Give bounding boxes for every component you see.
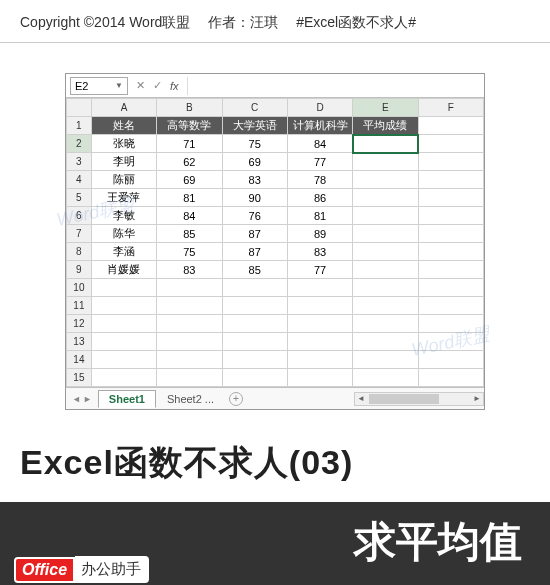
row-header-11[interactable]: 11 xyxy=(67,297,92,315)
cell[interactable] xyxy=(287,315,352,333)
cell[interactable]: 高等数学 xyxy=(157,117,222,135)
cell[interactable] xyxy=(287,351,352,369)
cell[interactable] xyxy=(418,369,483,387)
cell[interactable]: 75 xyxy=(157,243,222,261)
cancel-icon[interactable]: ✕ xyxy=(136,79,145,92)
cell[interactable]: 平均成绩 xyxy=(353,117,418,135)
cell[interactable]: 陈华 xyxy=(91,225,156,243)
cell[interactable]: 83 xyxy=(222,171,287,189)
cell[interactable]: 84 xyxy=(287,135,352,153)
cell[interactable]: 81 xyxy=(287,207,352,225)
row-header-4[interactable]: 4 xyxy=(67,171,92,189)
cell[interactable] xyxy=(353,369,418,387)
col-header-E[interactable]: E xyxy=(353,99,418,117)
cell[interactable] xyxy=(91,333,156,351)
row-header-6[interactable]: 6 xyxy=(67,207,92,225)
cell[interactable] xyxy=(222,315,287,333)
cell[interactable] xyxy=(157,279,222,297)
cell[interactable]: 大学英语 xyxy=(222,117,287,135)
cell[interactable] xyxy=(353,333,418,351)
cell[interactable]: 77 xyxy=(287,261,352,279)
cell[interactable] xyxy=(418,297,483,315)
horizontal-scrollbar[interactable]: ◄ ► xyxy=(354,392,484,406)
cell[interactable]: 张晓 xyxy=(91,135,156,153)
cell[interactable] xyxy=(353,225,418,243)
cell[interactable]: 78 xyxy=(287,171,352,189)
cell[interactable] xyxy=(91,315,156,333)
cell[interactable] xyxy=(418,333,483,351)
cell[interactable]: 肖媛媛 xyxy=(91,261,156,279)
cell[interactable] xyxy=(91,279,156,297)
row-header-10[interactable]: 10 xyxy=(67,279,92,297)
cell[interactable]: 90 xyxy=(222,189,287,207)
row-header-12[interactable]: 12 xyxy=(67,315,92,333)
cell[interactable] xyxy=(157,369,222,387)
cell[interactable] xyxy=(418,117,483,135)
cell[interactable]: 89 xyxy=(287,225,352,243)
cell[interactable] xyxy=(287,279,352,297)
col-header-C[interactable]: C xyxy=(222,99,287,117)
cell[interactable] xyxy=(353,279,418,297)
row-header-3[interactable]: 3 xyxy=(67,153,92,171)
row-header-8[interactable]: 8 xyxy=(67,243,92,261)
cell[interactable] xyxy=(353,189,418,207)
cell[interactable] xyxy=(418,261,483,279)
cell[interactable]: 76 xyxy=(222,207,287,225)
cell[interactable]: 李敏 xyxy=(91,207,156,225)
tab-nav-prev-icon[interactable]: ◄ xyxy=(72,394,81,404)
cell[interactable] xyxy=(418,135,483,153)
row-header-15[interactable]: 15 xyxy=(67,369,92,387)
cell[interactable] xyxy=(353,243,418,261)
row-header-2[interactable]: 2 xyxy=(67,135,92,153)
row-header-5[interactable]: 5 xyxy=(67,189,92,207)
cell[interactable]: 86 xyxy=(287,189,352,207)
cell[interactable] xyxy=(222,279,287,297)
cell[interactable] xyxy=(91,351,156,369)
cell[interactable]: 姓名 xyxy=(91,117,156,135)
cell[interactable] xyxy=(157,351,222,369)
col-header-D[interactable]: D xyxy=(287,99,352,117)
fx-icon[interactable]: fx xyxy=(170,80,179,92)
scroll-left-icon[interactable]: ◄ xyxy=(355,394,367,403)
spreadsheet-grid[interactable]: A B C D E F 1 姓名 高等数学 大学英语 计算机科学 平均成绩 2 … xyxy=(66,98,484,387)
cell[interactable] xyxy=(287,297,352,315)
cell[interactable] xyxy=(418,207,483,225)
cell[interactable] xyxy=(353,315,418,333)
confirm-icon[interactable]: ✓ xyxy=(153,79,162,92)
sheet-tab-2[interactable]: Sheet2 ... xyxy=(156,390,225,408)
cell[interactable]: 71 xyxy=(157,135,222,153)
cell[interactable]: 83 xyxy=(287,243,352,261)
cell[interactable] xyxy=(353,351,418,369)
scroll-thumb[interactable] xyxy=(369,394,439,404)
cell[interactable]: 62 xyxy=(157,153,222,171)
cell[interactable]: 83 xyxy=(157,261,222,279)
cell[interactable] xyxy=(418,243,483,261)
cell[interactable]: 85 xyxy=(222,261,287,279)
cell[interactable] xyxy=(418,153,483,171)
scroll-right-icon[interactable]: ► xyxy=(471,394,483,403)
cell[interactable]: 王爱萍 xyxy=(91,189,156,207)
cell[interactable]: 87 xyxy=(222,243,287,261)
cell[interactable] xyxy=(418,225,483,243)
cell[interactable] xyxy=(418,315,483,333)
cell[interactable]: 69 xyxy=(222,153,287,171)
cell[interactable]: 84 xyxy=(157,207,222,225)
cell[interactable]: 85 xyxy=(157,225,222,243)
cell[interactable] xyxy=(418,171,483,189)
add-sheet-button[interactable]: + xyxy=(229,392,243,406)
cell[interactable]: 75 xyxy=(222,135,287,153)
cell[interactable] xyxy=(222,351,287,369)
cell[interactable]: 计算机科学 xyxy=(287,117,352,135)
col-header-A[interactable]: A xyxy=(91,99,156,117)
cell[interactable] xyxy=(287,369,352,387)
row-header-7[interactable]: 7 xyxy=(67,225,92,243)
cell[interactable]: 李明 xyxy=(91,153,156,171)
row-header-14[interactable]: 14 xyxy=(67,351,92,369)
tab-nav-next-icon[interactable]: ► xyxy=(83,394,92,404)
active-cell[interactable] xyxy=(353,135,418,153)
cell[interactable] xyxy=(91,369,156,387)
select-all-corner[interactable] xyxy=(67,99,92,117)
cell[interactable] xyxy=(157,297,222,315)
cell[interactable] xyxy=(418,279,483,297)
cell[interactable] xyxy=(353,171,418,189)
